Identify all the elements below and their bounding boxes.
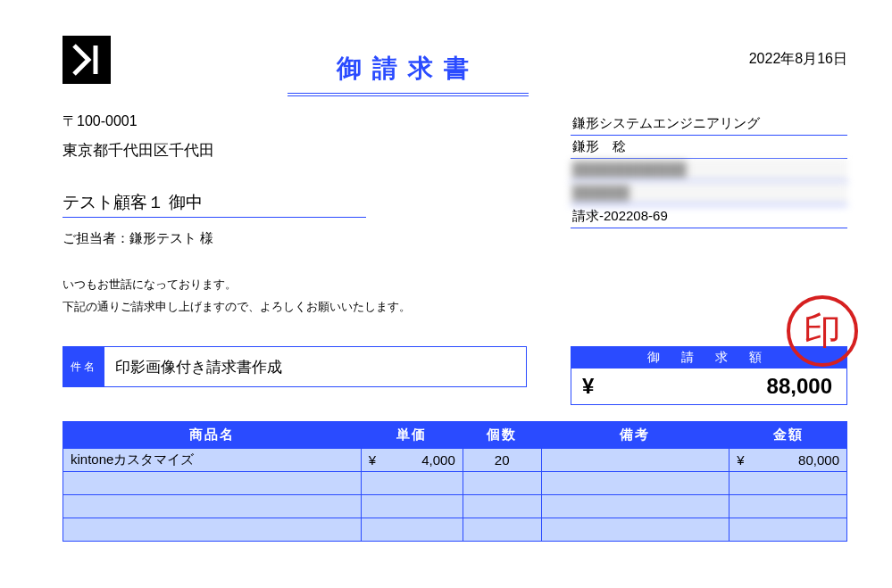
cell-qty xyxy=(463,518,541,542)
subject-box: 件名 印影画像付き請求書作成 xyxy=(63,346,527,387)
cell-unit: ¥4,000 xyxy=(361,449,463,472)
cell-qty xyxy=(463,472,541,495)
issuer-company: 鎌形システムエンジニアリング xyxy=(571,112,847,136)
cell-amount xyxy=(729,495,847,518)
th-amount: 金額 xyxy=(729,422,847,449)
th-unit: 単価 xyxy=(361,422,463,449)
total-currency: ¥ xyxy=(582,374,594,399)
cell-amount: ¥80,000 xyxy=(729,449,847,472)
cell-note xyxy=(541,449,729,472)
issuer-person: 鎌形 稔 xyxy=(571,136,847,159)
cell-note xyxy=(541,472,729,495)
document-title: 御請求書 xyxy=(337,52,479,89)
cell-qty: 20 xyxy=(463,449,541,472)
cell-name xyxy=(63,495,362,518)
cell-name xyxy=(63,518,362,542)
cell-note xyxy=(541,518,729,542)
table-row xyxy=(63,472,847,495)
subject-label: 件名 xyxy=(63,347,104,386)
cell-name xyxy=(63,472,362,495)
cell-name: kintoneカスタマイズ xyxy=(63,449,362,472)
th-qty: 個数 xyxy=(463,422,541,449)
seal-stamp: 印 xyxy=(787,295,858,367)
th-name: 商品名 xyxy=(63,422,362,449)
message-line-1: いつもお世話になっております。 xyxy=(63,274,544,296)
items-table: 商品名 単価 個数 備考 金額 kintoneカスタマイズ¥4,00020¥80… xyxy=(63,421,847,542)
client-name: テスト顧客１ 御中 xyxy=(63,191,544,214)
sender-address: 東京都千代田区千代田 xyxy=(63,140,544,161)
total-amount: 88,000 xyxy=(767,374,832,399)
th-note: 備考 xyxy=(541,422,729,449)
subject-value: 印影画像付き請求書作成 xyxy=(104,347,526,386)
table-row xyxy=(63,518,847,542)
contact-person: ご担当者：鎌形テスト 様 xyxy=(63,230,544,247)
table-row xyxy=(63,495,847,518)
cell-note xyxy=(541,495,729,518)
invoice-number: 請求-202208-69 xyxy=(571,205,847,228)
sender-postal: 〒100-0001 xyxy=(63,112,544,131)
message-line-2: 下記の通りご請求申し上げますので、よろしくお願いいたします。 xyxy=(63,296,544,319)
cell-unit xyxy=(361,495,463,518)
table-row: kintoneカスタマイズ¥4,00020¥80,000 xyxy=(63,449,847,472)
cell-amount xyxy=(729,472,847,495)
cell-qty xyxy=(463,495,541,518)
logo xyxy=(63,36,111,84)
cell-amount xyxy=(729,518,847,542)
invoice-date: 2022年8月16日 xyxy=(704,50,847,69)
issuer-redacted-1: ████████████ xyxy=(571,159,847,182)
issuer-redacted-2: ██████ xyxy=(571,182,847,205)
cell-unit xyxy=(361,518,463,542)
cell-unit xyxy=(361,472,463,495)
